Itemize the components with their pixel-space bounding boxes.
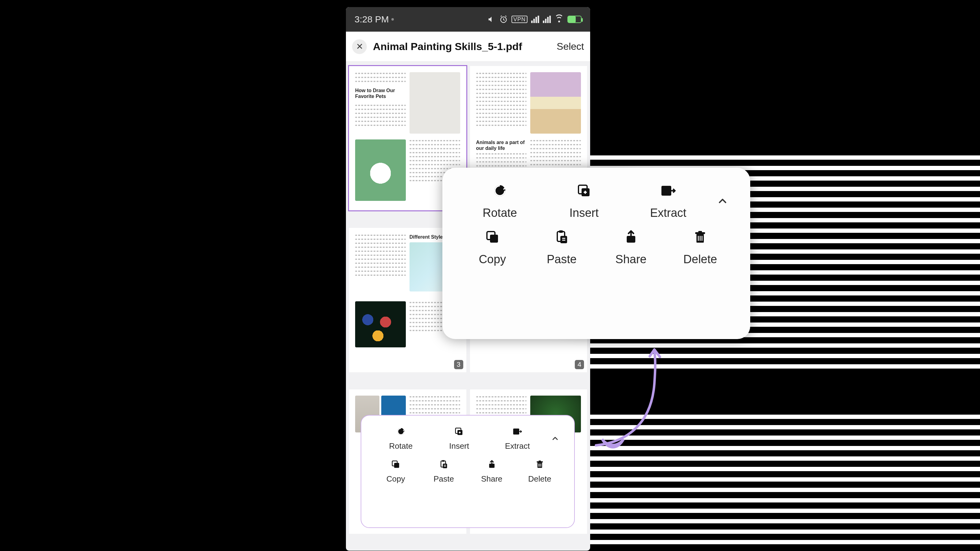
insert-button[interactable]: Insert	[542, 183, 626, 220]
action-label: Delete	[683, 253, 717, 266]
battery-icon	[567, 16, 582, 23]
rotate-icon	[492, 183, 508, 199]
collapse-toggle[interactable]	[547, 426, 564, 451]
page-actions-toolbar: Rotate Insert Extract Copy	[361, 415, 575, 528]
copy-button[interactable]: Copy	[372, 459, 420, 484]
page-number: 3	[454, 360, 463, 369]
delete-button[interactable]: Delete	[516, 459, 564, 484]
svg-rect-4	[513, 429, 520, 435]
action-label: Rotate	[389, 441, 413, 451]
action-label: Extract	[650, 206, 686, 220]
paste-button[interactable]: Paste	[420, 459, 468, 484]
paste-icon	[553, 229, 570, 245]
copy-icon	[484, 229, 501, 245]
svg-rect-26	[698, 231, 702, 233]
select-button[interactable]: Select	[557, 41, 584, 52]
app-header: ✕ Animal Painting Skills_5-1.pdf Select	[346, 32, 590, 62]
insert-icon	[453, 426, 465, 437]
wifi-icon	[555, 16, 564, 23]
action-label: Paste	[547, 253, 577, 266]
vpn-badge: VPN	[512, 16, 528, 23]
status-bar: 3:28 PM VPN	[346, 7, 590, 32]
svg-rect-6	[394, 463, 399, 468]
share-button[interactable]: Share	[596, 229, 666, 266]
collapse-toggle[interactable]	[710, 183, 735, 220]
status-time: 3:28 PM	[355, 14, 394, 25]
page-actions-callout: Rotate Insert Extract Copy	[442, 168, 750, 339]
copy-icon	[390, 459, 401, 470]
signal-1-icon	[531, 16, 539, 23]
status-dot	[391, 18, 394, 21]
paste-icon	[438, 459, 449, 470]
close-button[interactable]: ✕	[352, 39, 367, 54]
action-label: Share	[481, 474, 502, 484]
action-label: Insert	[449, 441, 469, 451]
svg-rect-9	[443, 464, 447, 468]
action-label: Delete	[528, 474, 551, 484]
delete-button[interactable]: Delete	[666, 229, 735, 266]
svg-rect-8	[442, 460, 444, 462]
share-icon	[486, 459, 497, 470]
extract-icon	[512, 426, 523, 437]
mute-icon	[488, 15, 496, 23]
svg-rect-21	[559, 230, 563, 233]
extract-button[interactable]: Extract	[626, 183, 710, 220]
insert-button[interactable]: Insert	[430, 426, 488, 451]
svg-rect-22	[560, 236, 567, 243]
svg-rect-17	[662, 186, 671, 195]
action-label: Copy	[387, 474, 405, 484]
decorative-stripes-bottom	[590, 414, 980, 550]
page-number: 4	[575, 360, 584, 369]
action-label: Insert	[569, 206, 598, 220]
chevron-up-icon	[552, 435, 559, 442]
page-1-image-dog-sketch	[409, 72, 460, 133]
action-label: Rotate	[483, 206, 517, 220]
page-3-image-paintcups	[355, 301, 406, 348]
chevron-up-icon	[718, 196, 728, 206]
copy-button[interactable]: Copy	[458, 229, 527, 266]
svg-rect-19	[490, 235, 498, 243]
page-2-image-palette	[530, 72, 581, 133]
document-title: Animal Painting Skills_5-1.pdf	[373, 41, 557, 52]
signal-2-icon	[543, 16, 551, 23]
svg-rect-13	[539, 461, 541, 462]
action-label: Paste	[433, 474, 454, 484]
rotate-button[interactable]: Rotate	[372, 426, 430, 451]
action-label: Extract	[505, 441, 530, 451]
rotate-icon	[395, 426, 406, 437]
extract-icon	[660, 183, 676, 199]
alarm-icon	[499, 15, 508, 24]
page-1-image-dog-round	[355, 140, 406, 201]
rotate-button[interactable]: Rotate	[458, 183, 542, 220]
share-button[interactable]: Share	[468, 459, 516, 484]
delete-icon	[692, 229, 708, 245]
action-label: Copy	[479, 253, 506, 266]
paste-button[interactable]: Paste	[527, 229, 597, 266]
share-icon	[623, 229, 639, 245]
delete-icon	[534, 459, 545, 470]
action-label: Share	[615, 253, 646, 266]
time-text: 3:28 PM	[355, 14, 389, 25]
insert-icon	[576, 183, 592, 199]
page-1-heading: How to Draw Our Favorite Pets	[355, 87, 406, 99]
close-icon: ✕	[356, 41, 363, 52]
extract-button[interactable]: Extract	[488, 426, 547, 451]
